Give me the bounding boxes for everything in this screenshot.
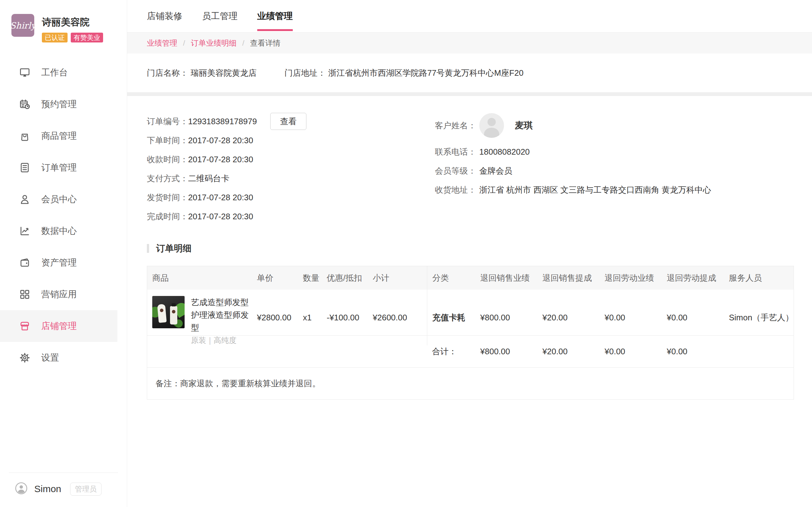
customer-info: 客户姓名： 麦琪 联系电话： 18008082020 会员等级： 金牌会员 收货… (435, 112, 812, 226)
store-address-label: 门店地址： (285, 67, 326, 78)
breadcrumb: 业绩管理 / 订单业绩明细 / 查看详情 (127, 33, 812, 54)
header-return-labor: 退回劳动业绩 (600, 266, 662, 290)
tab-shop-decoration[interactable]: 店铺装修 (147, 0, 183, 32)
shop-badges: 已认证 有赞美业 (42, 33, 103, 43)
field-value: 2017-07-28 20:30 (188, 193, 253, 203)
customer-address: 浙江省 杭州市 西湖区 文三路与工专路交口西南角 黄龙万科中心 (479, 184, 711, 195)
total-return-labor-commission: ¥0.00 (662, 336, 724, 367)
view-order-button[interactable]: 查看 (270, 113, 306, 130)
order-field-row: 发货时间： 2017-07-28 20:30 (147, 188, 435, 207)
header-return-sales: 退回销售业绩 (475, 266, 537, 290)
header-return-sales-commission: 退回销售提成 (537, 266, 600, 290)
brand-block: Shirly 诗丽美容院 已认证 有赞美业 (11, 14, 103, 43)
sidebar-item-label: 预约管理 (41, 98, 77, 110)
product-name: 艺成造型师发型护理液造型师发型 (191, 297, 249, 332)
field-label: 订单编号： (147, 116, 188, 127)
table-note-row: 备注：商家退款，需要重新核算业绩并退回。 (147, 368, 794, 399)
sidebar-item-label: 订单管理 (41, 162, 77, 174)
breadcrumb-current: 查看详情 (250, 38, 281, 48)
shopping-bag-icon (18, 130, 31, 142)
order-detail-content: 订单编号： 129318389178979 查看 下单时间： 2017-07-2… (127, 112, 812, 400)
field-value: 2017-07-28 20:30 (188, 155, 253, 164)
sidebar-footer: Simon 管理员 (0, 472, 127, 507)
sidebar-item-orders[interactable]: 订单管理 (0, 152, 117, 183)
header-subtotal: 小计 (368, 266, 427, 290)
sidebar-item-label: 营销应用 (41, 288, 77, 300)
breadcrumb-order-performance-detail[interactable]: 订单业绩明细 (191, 38, 237, 48)
sidebar-item-label: 资产管理 (41, 257, 77, 269)
monitor-icon (18, 66, 31, 79)
order-field-row: 订单编号： 129318389178979 查看 (147, 112, 435, 131)
field-value: 二维码台卡 (188, 173, 229, 184)
order-detail-table: 商品 单价 数量 优惠/抵扣 小计 分类 退回销售业绩 退回销售提成 退回劳动业… (147, 266, 794, 400)
field-value: 2017-07-28 20:30 (188, 135, 253, 146)
document-icon (18, 161, 31, 174)
table-row: 艺成造型师发型护理液造型师发型 原装｜高纯度 ¥2800.00 x1 -¥100… (147, 290, 794, 336)
order-field-row: 完成时间： 2017-07-28 20:30 (147, 207, 435, 226)
verified-badge: 已认证 (42, 33, 67, 43)
store-address-value: 浙江省杭州市西湖区学院路77号黄龙万科中心M座F20 (328, 67, 523, 78)
grid-icon (18, 288, 31, 301)
sidebar-item-settings[interactable]: 设置 (0, 342, 117, 374)
total-return-labor: ¥0.00 (600, 336, 662, 367)
section-title-text: 订单明细 (156, 242, 192, 255)
customer-address-row: 收货地址： 浙江省 杭州市 西湖区 文三路与工专路交口西南角 黄龙万科中心 (435, 180, 812, 199)
customer-address-label: 收货地址： (435, 184, 479, 195)
shop-logo: Shirly (11, 14, 34, 37)
sidebar-item-marketing[interactable]: 营销应用 (0, 279, 117, 310)
customer-level-label: 会员等级： (435, 165, 479, 176)
calendar-clock-icon (18, 98, 31, 111)
chart-icon (18, 225, 31, 237)
table-total-row: 合计： ¥800.00 ¥20.00 ¥0.00 ¥0.00 (147, 336, 794, 368)
shop-name: 诗丽美容院 (42, 16, 103, 29)
field-label: 收款时间： (147, 154, 188, 165)
order-field-row: 支付方式： 二维码台卡 (147, 169, 435, 188)
table-header-row: 商品 单价 数量 优惠/抵扣 小计 分类 退回销售业绩 退回销售提成 退回劳动业… (147, 266, 794, 290)
tab-staff-management[interactable]: 员工管理 (202, 0, 238, 32)
customer-name-label: 客户姓名： (435, 120, 479, 131)
order-detail-section-title: 订单明细 (147, 244, 812, 253)
sidebar: Shirly 诗丽美容院 已认证 有赞美业 工作台 (0, 0, 127, 507)
top-tab-bar: 店铺装修 员工管理 业绩管理 (127, 0, 812, 33)
breadcrumb-performance[interactable]: 业绩管理 (147, 38, 177, 48)
current-user-row[interactable]: Simon 管理员 (0, 473, 127, 507)
sidebar-item-members[interactable]: 会员中心 (0, 183, 117, 215)
user-name: Simon (34, 484, 61, 494)
field-label: 发货时间： (147, 192, 188, 203)
sidebar-item-goods[interactable]: 商品管理 (0, 120, 117, 152)
header-category: 分类 (427, 266, 475, 290)
field-label: 支付方式： (147, 173, 188, 184)
total-label: 合计： (427, 336, 475, 367)
sidebar-item-workbench[interactable]: 工作台 (0, 57, 117, 89)
sidebar-item-label: 数据中心 (41, 225, 77, 237)
tab-performance-management[interactable]: 业绩管理 (257, 0, 293, 32)
storefront-icon (18, 320, 31, 332)
total-return-sales-commission: ¥20.00 (537, 336, 600, 367)
order-fields: 订单编号： 129318389178979 查看 下单时间： 2017-07-2… (147, 112, 435, 226)
store-name-value: 瑞丽美容院黄龙店 (191, 67, 257, 78)
customer-phone-label: 联系电话： (435, 147, 479, 158)
customer-level-row: 会员等级： 金牌会员 (435, 161, 812, 180)
sidebar-item-appointments[interactable]: 预约管理 (0, 89, 117, 120)
order-field-row: 收款时间： 2017-07-28 20:30 (147, 150, 435, 169)
product-image (152, 296, 185, 328)
sidebar-item-label: 商品管理 (41, 130, 77, 142)
header-discount: 优惠/抵扣 (322, 266, 368, 290)
sidebar-item-label: 工作台 (41, 66, 68, 78)
order-note: 备注：商家退款，需要重新核算业绩并退回。 (155, 378, 320, 389)
sidebar-item-data[interactable]: 数据中心 (0, 215, 117, 247)
section-separator (127, 92, 812, 96)
sidebar-item-assets[interactable]: 资产管理 (0, 247, 117, 279)
customer-phone-row: 联系电话： 18008082020 (435, 142, 812, 161)
person-icon (18, 193, 31, 206)
customer-level: 金牌会员 (479, 165, 512, 176)
field-label: 下单时间： (147, 135, 188, 146)
sidebar-item-label: 会员中心 (41, 193, 77, 205)
header-return-labor-commission: 退回劳动提成 (662, 266, 724, 290)
sidebar-item-shop-management[interactable]: 店铺管理 (0, 310, 117, 342)
header-product: 商品 (147, 266, 252, 290)
youzan-badge: 有赞美业 (71, 33, 103, 43)
customer-avatar (479, 113, 504, 138)
breadcrumb-separator: / (242, 39, 245, 48)
sidebar-nav: 工作台 预约管理 商品管理 (0, 57, 127, 374)
